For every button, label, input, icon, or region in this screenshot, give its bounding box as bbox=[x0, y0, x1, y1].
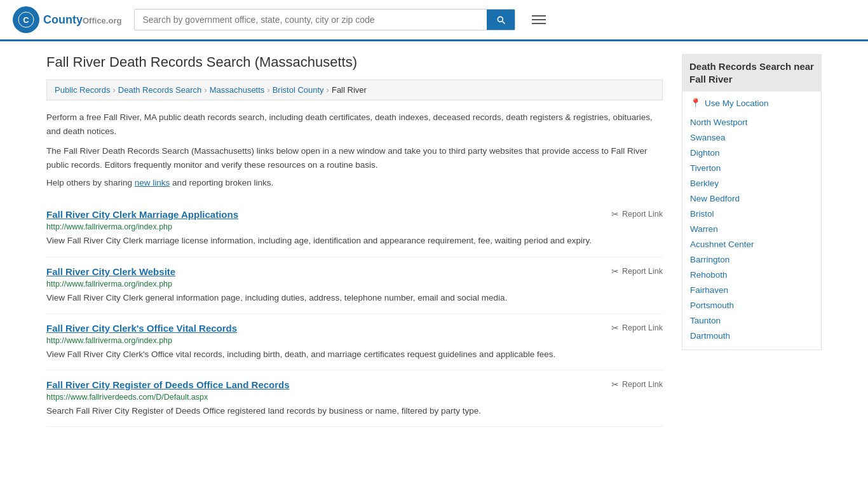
use-my-location[interactable]: 📍 Use My Location bbox=[690, 98, 813, 108]
nearby-list-item: Fairhaven bbox=[690, 282, 813, 297]
intro-paragraph-2: The Fall River Death Records Search (Mas… bbox=[46, 144, 663, 172]
report-link[interactable]: ✂ Report Link bbox=[611, 379, 663, 390]
menu-line bbox=[532, 19, 546, 20]
scissors-icon: ✂ bbox=[611, 323, 619, 333]
menu-button[interactable] bbox=[528, 11, 550, 28]
nearby-city-link[interactable]: Fairhaven bbox=[690, 285, 728, 295]
result-title-link[interactable]: Fall River City Clerk Marriage Applicati… bbox=[46, 209, 238, 220]
nearby-list-item: Bristol bbox=[690, 206, 813, 221]
nearby-list-item: Warren bbox=[690, 221, 813, 236]
result-desc: View Fall River City Clerk marriage lice… bbox=[46, 234, 663, 247]
logo[interactable]: C CountyOffice.org bbox=[13, 6, 121, 33]
nearby-city-link[interactable]: Berkley bbox=[690, 179, 719, 188]
breadcrumb-death-records-search[interactable]: Death Records Search bbox=[118, 85, 202, 95]
results-list: Fall River City Clerk Marriage Applicati… bbox=[46, 200, 663, 427]
nearby-list-item: Barrington bbox=[690, 252, 813, 267]
result-url: https://www.fallriverdeeds.com/D/Default… bbox=[46, 393, 663, 402]
breadcrumb-fall-river: Fall River bbox=[332, 85, 367, 95]
nearby-list-item: Acushnet Center bbox=[690, 236, 813, 252]
search-input[interactable] bbox=[135, 10, 487, 30]
report-link[interactable]: ✂ Report Link bbox=[611, 323, 663, 333]
nearby-city-link[interactable]: Dighton bbox=[690, 148, 720, 158]
report-link[interactable]: ✂ Report Link bbox=[611, 209, 663, 219]
nearby-city-link[interactable]: Acushnet Center bbox=[690, 240, 754, 249]
result-title-link[interactable]: Fall River City Register of Deeds Office… bbox=[46, 379, 290, 390]
sidebar: Death Records Search near Fall River 📍 U… bbox=[682, 54, 822, 427]
result-desc: Search Fall River City Register of Deeds… bbox=[46, 405, 663, 417]
result-title-link[interactable]: Fall River City Clerk Website bbox=[46, 266, 175, 277]
nearby-list-item: Dighton bbox=[690, 145, 813, 160]
nearby-list-item: North Westport bbox=[690, 114, 813, 130]
svg-text:C: C bbox=[23, 15, 29, 25]
nearby-city-link[interactable]: Rehoboth bbox=[690, 270, 728, 280]
result-url: http://www.fallriverma.org/index.php bbox=[46, 222, 663, 231]
breadcrumb-bristol-county[interactable]: Bristol County bbox=[273, 85, 324, 95]
nearby-city-link[interactable]: Warren bbox=[690, 224, 718, 234]
location-pin-icon: 📍 bbox=[690, 98, 701, 108]
result-desc: View Fall River City Clerk general infor… bbox=[46, 292, 663, 304]
nearby-list-item: Portsmouth bbox=[690, 297, 813, 313]
search-button[interactable] bbox=[487, 10, 515, 30]
nearby-city-link[interactable]: Dartmouth bbox=[690, 331, 730, 341]
breadcrumb-public-records[interactable]: Public Records bbox=[55, 85, 110, 95]
page-title: Fall River Death Records Search (Massach… bbox=[46, 54, 663, 71]
menu-line bbox=[532, 15, 546, 17]
search-icon bbox=[496, 15, 506, 25]
nearby-list-item: Dartmouth bbox=[690, 328, 813, 343]
result-item: Fall River City Clerk's Office Vital Rec… bbox=[46, 314, 663, 370]
nearby-list-item: Rehoboth bbox=[690, 267, 813, 282]
result-title-link[interactable]: Fall River City Clerk's Office Vital Rec… bbox=[46, 323, 237, 334]
logo-icon: C bbox=[13, 6, 39, 33]
nearby-city-link[interactable]: Swansea bbox=[690, 133, 726, 142]
menu-line bbox=[532, 23, 546, 24]
nearby-city-link[interactable]: North Westport bbox=[690, 118, 748, 127]
nearby-list-item: Swansea bbox=[690, 130, 813, 145]
nearby-list-item: New Bedford bbox=[690, 191, 813, 206]
sidebar-body: 📍 Use My Location North WestportSwanseaD… bbox=[682, 92, 822, 350]
nearby-city-link[interactable]: New Bedford bbox=[690, 194, 740, 203]
result-url: http://www.fallriverma.org/index.php bbox=[46, 336, 663, 345]
help-text: Help others by sharing new links and rep… bbox=[46, 178, 663, 187]
breadcrumb-massachusetts[interactable]: Massachusetts bbox=[210, 85, 265, 95]
nearby-city-link[interactable]: Barrington bbox=[690, 255, 729, 264]
result-desc: View Fall River City Clerk's Office vita… bbox=[46, 348, 663, 361]
nearby-list-item: Berkley bbox=[690, 175, 813, 191]
intro-paragraph-1: Perform a free Fall River, MA public dea… bbox=[46, 111, 663, 138]
new-links-link[interactable]: new links bbox=[135, 178, 170, 187]
result-item: Fall River City Clerk Website ✂ Report L… bbox=[46, 257, 663, 314]
logo-text: CountyOffice.org bbox=[43, 13, 121, 27]
result-url: http://www.fallriverma.org/index.php bbox=[46, 280, 663, 288]
scissors-icon: ✂ bbox=[611, 266, 619, 276]
search-bar bbox=[134, 9, 515, 30]
scissors-icon: ✂ bbox=[611, 209, 619, 219]
nearby-list: North WestportSwanseaDightonTivertonBerk… bbox=[690, 114, 813, 343]
nearby-city-link[interactable]: Tiverton bbox=[690, 163, 721, 173]
nearby-city-link[interactable]: Bristol bbox=[690, 209, 714, 219]
nearby-city-link[interactable]: Taunton bbox=[690, 316, 721, 325]
nearby-city-link[interactable]: Portsmouth bbox=[690, 301, 734, 310]
report-link[interactable]: ✂ Report Link bbox=[611, 266, 663, 276]
nearby-list-item: Taunton bbox=[690, 313, 813, 328]
breadcrumb: Public Records › Death Records Search › … bbox=[46, 79, 663, 100]
sidebar-title: Death Records Search near Fall River bbox=[682, 54, 822, 92]
scissors-icon: ✂ bbox=[611, 379, 619, 390]
result-item: Fall River City Register of Deeds Office… bbox=[46, 370, 663, 427]
result-item: Fall River City Clerk Marriage Applicati… bbox=[46, 200, 663, 257]
nearby-list-item: Tiverton bbox=[690, 160, 813, 175]
